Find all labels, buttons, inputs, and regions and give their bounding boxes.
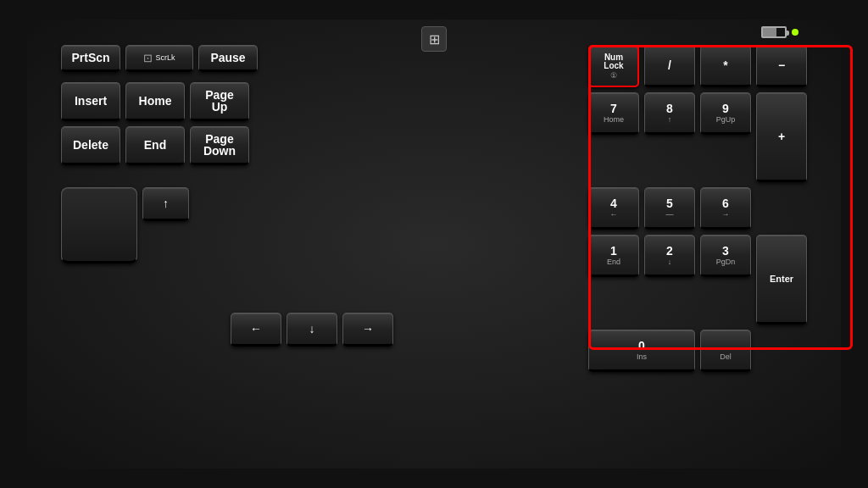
- pause-key[interactable]: Pause: [198, 45, 258, 72]
- scrlk-icon: ⊡: [143, 52, 153, 64]
- down-arrow-key[interactable]: ↓: [287, 313, 337, 347]
- nav-row-1: Insert Home Page Up: [61, 82, 563, 121]
- numpad-9-key[interactable]: 9 PgUp: [700, 92, 751, 135]
- numpad-5-key[interactable]: 5 —: [644, 187, 695, 230]
- scrlk-key[interactable]: ⊡ ScrLk: [125, 45, 193, 72]
- numpad-row-5: 0 Ins . Del: [588, 330, 807, 372]
- arrow-bottom-row: ← ↓ →: [61, 313, 563, 347]
- numpad-3-key[interactable]: 3 PgDn: [700, 235, 751, 277]
- numpad-8-key[interactable]: 8 ↑: [644, 92, 695, 135]
- numpad-wrapper: Num Lock ① / * − 7: [588, 45, 807, 372]
- nav-row-2: Delete End Page Down: [61, 126, 563, 165]
- numpad-7-key[interactable]: 7 Home: [588, 92, 639, 135]
- delete-key[interactable]: Delete: [61, 126, 120, 165]
- numpad-0-key[interactable]: 0 Ins: [588, 330, 695, 372]
- arrow-keys: ← ↓ →: [61, 274, 563, 347]
- numpad-section: Num Lock ① / * − 7: [588, 45, 807, 372]
- battery-icon: [761, 26, 787, 38]
- numpad-row-4: 1 End 2 ↓ 3 PgDn Enter: [588, 235, 807, 324]
- battery-led: [792, 29, 798, 36]
- top-function-row: PrtScn ⊡ ScrLk Pause: [61, 45, 563, 72]
- main-keyboard-section: PrtScn ⊡ ScrLk Pause Insert Home: [61, 45, 563, 347]
- numpad-2-key[interactable]: 2 ↓: [644, 235, 695, 277]
- numpad-minus-key[interactable]: −: [756, 45, 807, 87]
- pagedown-key[interactable]: Page Down: [190, 126, 249, 165]
- status-bar: [761, 26, 798, 38]
- numpad-row-1: Num Lock ① / * −: [588, 45, 807, 87]
- numpad-row-2: 7 Home 8 ↑ 9 PgUp +: [588, 92, 807, 182]
- right-arrow-key[interactable]: →: [342, 313, 393, 347]
- numpad-1-key[interactable]: 1 End: [588, 235, 639, 277]
- numpad-6-key[interactable]: 6 →: [700, 187, 751, 230]
- up-arrow-key[interactable]: ↑: [142, 187, 189, 221]
- left-arrow-key[interactable]: ←: [231, 313, 281, 347]
- pageup-key[interactable]: Page Up: [190, 82, 249, 121]
- numpad-row-3: 4 ← 5 — 6 →: [588, 187, 807, 230]
- numpad-divide-key[interactable]: /: [644, 45, 695, 87]
- numpad-decimal-key[interactable]: . Del: [700, 330, 751, 372]
- keyboard-container: ⊞ PrtScn ⊡ ScrLk Pause: [27, 19, 841, 469]
- insert-key[interactable]: Insert: [61, 82, 120, 121]
- prtscn-key[interactable]: PrtScn: [61, 45, 120, 72]
- numlock-key[interactable]: Num Lock ①: [588, 45, 639, 87]
- keyboard-body: PrtScn ⊡ ScrLk Pause Insert Home: [61, 45, 807, 443]
- numpad-multiply-key[interactable]: *: [700, 45, 751, 87]
- numpad-plus-key[interactable]: +: [756, 92, 807, 182]
- home-key[interactable]: Home: [125, 82, 185, 121]
- space-block-left: [61, 187, 137, 263]
- numpad-4-key[interactable]: 4 ←: [588, 187, 639, 230]
- spacebar-area: ↑: [61, 187, 563, 263]
- nav-section: Insert Home Page Up Delete End: [61, 82, 563, 165]
- end-key[interactable]: End: [125, 126, 185, 165]
- numpad-enter-key[interactable]: Enter: [756, 235, 807, 324]
